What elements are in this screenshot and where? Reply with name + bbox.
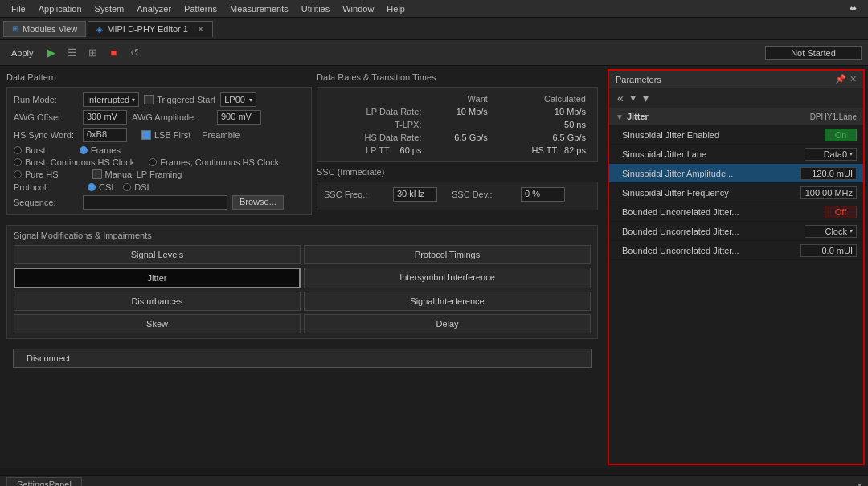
menu-application[interactable]: Application <box>32 4 88 14</box>
data-rates-title: Data Rates & Transition Times <box>317 72 598 82</box>
tab-modules-view[interactable]: ⊞ Modules View <box>3 21 86 37</box>
param-dropdown-1[interactable]: Data0 ▾ <box>805 148 857 161</box>
ssc-dev-input[interactable]: 0 % <box>521 187 565 202</box>
lsb-first-checkbox[interactable] <box>141 130 151 140</box>
browse-button[interactable]: Browse... <box>232 195 284 210</box>
ssc-freq-input[interactable]: 30 kHz <box>393 187 437 202</box>
param-row-5: Bounded Uncorrelated Jitter... Clock ▾ <box>609 222 863 241</box>
intersymbol-button[interactable]: Intersymbol Interference <box>304 268 591 288</box>
modules-icon: ⊞ <box>12 24 18 33</box>
menu-help[interactable]: Help <box>380 4 411 14</box>
menu-utilities[interactable]: Utilities <box>295 4 336 14</box>
param-value-2[interactable]: 120.0 mUI <box>800 167 857 180</box>
menu-measurements[interactable]: Measurements <box>223 4 295 14</box>
param-value-3[interactable]: 100.00 MHz <box>800 186 857 199</box>
radio-burst-hs-circle <box>14 158 22 166</box>
param-row-2[interactable]: Sinusoidal Jitter Amplitude... 120.0 mUI <box>609 164 863 183</box>
params-section-header[interactable]: ▼ Jitter DPHY1.Lane <box>609 108 863 125</box>
hs-tt-area: HS TT: 82 ps <box>493 144 591 157</box>
toolbar: Apply ▶ ☰ ⊞ ■ ↺ Not Started <box>0 40 868 66</box>
grid-view-button[interactable]: ⊞ <box>85 45 101 61</box>
settings-panel-tab[interactable]: SettingsPanel <box>6 477 82 487</box>
signal-interference-button[interactable]: Signal Interference <box>304 292 591 311</box>
signal-levels-button[interactable]: Signal Levels <box>14 245 301 264</box>
run-mode-dropdown[interactable]: Interrupted ▾ <box>83 92 139 107</box>
params-header: Parameters 📌 ✕ <box>609 71 863 88</box>
param-row-6: Bounded Uncorrelated Jitter... 0.0 mUI <box>609 241 863 260</box>
param-dropdown-5[interactable]: Clock ▾ <box>805 225 857 238</box>
skew-button[interactable]: Skew <box>14 314 301 333</box>
menu-system[interactable]: System <box>88 4 131 14</box>
param-toggle-on-0[interactable]: On <box>825 129 857 141</box>
menu-patterns[interactable]: Patterns <box>178 4 223 14</box>
radio-row1: Burst Frames <box>14 145 305 155</box>
param-name-0: Sinusoidal Jitter Enabled <box>622 130 825 140</box>
apply-button[interactable]: Apply <box>6 47 39 59</box>
protocol-row: Protocol: CSI DSI <box>14 182 305 192</box>
radio-frames-circle <box>80 146 88 154</box>
refresh-button[interactable]: ↺ <box>127 45 143 61</box>
dropdown-arrow-5: ▾ <box>850 227 853 235</box>
parameters-panel: Parameters 📌 ✕ « ▼ ▾ ▼ Jitter DPHY1.Lane… <box>608 69 865 465</box>
param-toggle-off-4[interactable]: Off <box>825 206 857 218</box>
radio-csi[interactable]: CSI <box>88 182 113 192</box>
hs-sync-input[interactable]: 0xB8 <box>83 128 127 142</box>
stop-button[interactable]: ■ <box>106 45 122 61</box>
menu-window[interactable]: Window <box>336 4 380 14</box>
params-section-col: DPHY1.Lane <box>810 112 857 121</box>
list-view-button[interactable]: ☰ <box>64 45 80 61</box>
manual-lp-row: Manual LP Framing <box>92 169 182 179</box>
protocol-timings-button[interactable]: Protocol Timings <box>304 245 591 264</box>
lp00-dropdown[interactable]: LP00 ▾ <box>220 92 256 107</box>
bottom-arrow[interactable]: ▾ <box>858 480 862 487</box>
tab-modules-label: Modules View <box>23 24 77 34</box>
menu-analyzer[interactable]: Analyzer <box>130 4 178 14</box>
awg-offset-input[interactable]: 300 mV <box>83 110 127 125</box>
disturbances-button[interactable]: Disturbances <box>14 292 301 311</box>
ssc-row: SSC Freq.: 30 kHz SSC Dev.: 0 % <box>324 187 591 202</box>
run-mode-arrow: ▾ <box>132 96 135 104</box>
main-content: Data Pattern Run Mode: Interrupted ▾ Tri… <box>0 66 868 468</box>
manual-lp-checkbox[interactable] <box>92 169 102 179</box>
radio-frames-hs-circle <box>149 158 157 166</box>
run-button[interactable]: ▶ <box>43 45 59 61</box>
delay-button[interactable]: Delay <box>304 314 591 333</box>
protocol-label: Protocol: <box>14 182 78 192</box>
jitter-button[interactable]: Jitter <box>14 268 301 288</box>
awg-amplitude-input[interactable]: 900 mV <box>217 110 261 125</box>
radio-burst[interactable]: Burst <box>14 145 46 155</box>
tab-mipi-editor[interactable]: ◈ MIPI D-PHY Editor 1 ✕ <box>88 21 213 37</box>
param-row-4: Bounded Uncorrelated Jitter... Off <box>609 202 863 222</box>
triggered-start-checkbox[interactable] <box>144 95 154 104</box>
radio-pure-hs[interactable]: Pure HS <box>14 169 59 179</box>
lsb-first-label: LSB First <box>154 130 190 140</box>
hs-tt-label: HS TT: <box>532 145 559 155</box>
data-pattern-box: Run Mode: Interrupted ▾ Triggered Start … <box>6 87 312 215</box>
menu-file[interactable]: File <box>5 4 32 14</box>
params-pin-icon[interactable]: 📌 <box>835 74 846 84</box>
radio-dsi[interactable]: DSI <box>123 182 149 192</box>
sequence-input[interactable] <box>83 195 227 210</box>
params-back-btn[interactable]: « <box>616 92 625 104</box>
signal-mods-title: Signal Modifications & Impairments <box>14 231 591 240</box>
resize-icon: ⬌ <box>843 3 863 14</box>
radio-burst-hs[interactable]: Burst, Continuous HS Clock <box>14 157 134 167</box>
params-close-icon[interactable]: ✕ <box>850 74 857 84</box>
signal-mods-section: Signal Modifications & Impairments Signa… <box>6 225 598 339</box>
manual-lp-label: Manual LP Framing <box>105 169 182 179</box>
preamble-label: Preamble <box>202 130 240 140</box>
tab-close-icon[interactable]: ✕ <box>197 24 204 35</box>
hs-rate-want: 6.5 Gb/s <box>427 131 493 144</box>
dr-want-col: Want <box>427 92 493 105</box>
params-content: ▼ Jitter DPHY1.Lane Sinusoidal Jitter En… <box>609 108 863 464</box>
ssc-dev-label: SSC Dev.: <box>452 190 516 199</box>
params-filter-icon[interactable]: ▼ <box>628 92 638 104</box>
top-sections-row: Data Pattern Run Mode: Interrupted ▾ Tri… <box>6 72 598 220</box>
awg-amplitude-label: AWG Amplitude: <box>132 112 212 122</box>
disconnect-button[interactable]: Disconnect <box>13 349 592 368</box>
scrollbar-area[interactable] <box>0 468 868 475</box>
radio-frames-hs[interactable]: Frames, Continuous HS Clock <box>149 157 279 167</box>
param-value-6[interactable]: 0.0 mUI <box>800 244 857 257</box>
radio-frames[interactable]: Frames <box>80 145 121 155</box>
params-forward-btn[interactable]: ▾ <box>641 92 650 104</box>
